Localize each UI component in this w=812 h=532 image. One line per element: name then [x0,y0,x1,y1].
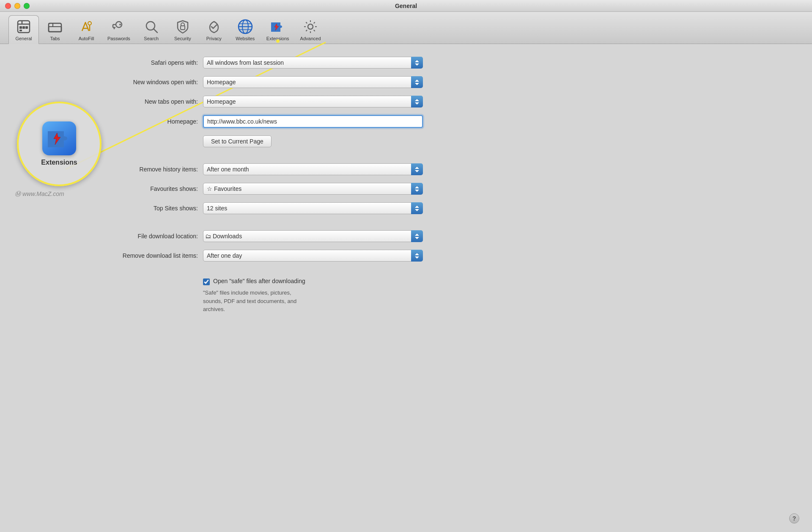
watermark-text: www.MacZ.com [22,190,64,197]
extensions-circle-label: Extensions [41,159,77,166]
open-safe-files-row: Open "safe" files after downloading [25,278,787,285]
svg-point-24 [119,24,121,25]
safari-opens-control: All windows from last session A new wind… [203,57,423,69]
svg-line-43 [306,30,307,31]
watermark: Ⓜ www.MacZ.com [15,190,64,198]
remove-history-row: Remove history items: After one month Af… [25,163,787,175]
remove-download-control: After one day Upon successful download M… [203,250,423,262]
new-tabs-select[interactable]: Homepage Empty page Same page [203,96,423,108]
top-sites-select-wrapper: 12 sites 6 sites 24 sites [203,202,423,214]
toolbar-item-passwords[interactable]: Passwords [102,16,135,44]
safari-opens-select[interactable]: All windows from last session A new wind… [203,57,423,69]
new-windows-select-wrapper: Homepage Empty page Same page [203,76,423,88]
file-download-select[interactable]: 🗂 Downloads Desktop Other... [203,230,423,242]
tabs-icon [47,18,63,35]
watermark-copyright: Ⓜ [15,190,22,197]
help-button[interactable]: ? [789,513,799,524]
svg-rect-5 [22,26,25,29]
file-download-control: 🗂 Downloads Desktop Other... [203,230,423,242]
toolbar-item-advanced[interactable]: Advanced [295,16,326,44]
remove-download-select-wrapper: After one day Upon successful download M… [203,250,423,262]
svg-line-41 [314,30,315,31]
new-windows-row: New windows open with: Homepage Empty pa… [25,76,787,88]
open-safe-files-sublabel: "Safe" files include movies, pictures,so… [25,289,787,314]
toolbar-label-passwords: Passwords [107,36,130,41]
file-download-row: File download location: 🗂 Downloads Desk… [25,230,787,242]
traffic-lights [5,3,30,9]
svg-point-33 [239,20,252,33]
toolbar-label-security: Security [174,36,191,41]
svg-line-26 [154,29,157,33]
file-download-select-wrapper: 🗂 Downloads Desktop Other... [203,230,423,242]
advanced-icon [302,18,319,35]
safari-opens-row: Safari opens with: All windows from last… [25,57,787,69]
window-title: General [395,3,417,9]
remove-history-select-wrapper: After one month After one week After one… [203,163,423,175]
title-bar: General [0,0,812,12]
main-content: Safari opens with: All windows from last… [0,44,812,532]
toolbar-label-privacy: Privacy [206,36,222,41]
toolbar-label-search: Search [144,36,159,41]
maximize-button[interactable] [24,3,30,9]
toolbar-item-general[interactable]: General [8,15,39,44]
svg-point-16 [88,22,91,25]
minimize-button[interactable] [14,3,20,9]
remove-history-control: After one month After one week After one… [203,163,423,175]
top-sites-row: Top Sites shows: 12 sites 6 sites 24 sit… [25,202,787,214]
new-tabs-control: Homepage Empty page Same page [203,96,423,108]
set-current-page-button[interactable]: Set to Current Page [203,135,272,147]
top-sites-label: Top Sites shows: [25,205,203,212]
svg-rect-7 [19,30,22,31]
new-windows-control: Homepage Empty page Same page [203,76,423,88]
new-tabs-select-wrapper: Homepage Empty page Same page [203,96,423,108]
extensions-icon-box [42,121,76,155]
new-tabs-row: New tabs open with: Homepage Empty page … [25,96,787,108]
svg-line-42 [314,22,315,23]
remove-download-select[interactable]: After one day Upon successful download M… [203,250,423,262]
toolbar-item-tabs[interactable]: Tabs [40,16,70,44]
toolbar: General Tabs AutoFill [0,12,812,44]
safari-opens-label: Safari opens with: [25,59,203,66]
security-icon [174,18,191,35]
remove-download-row: Remove download list items: After one da… [25,250,787,262]
favourites-row: Favourites shows: ☆ Favourites Bookmarks… [25,183,787,195]
open-safe-files-checkbox[interactable] [203,278,210,285]
svg-point-35 [308,24,313,29]
homepage-control [203,115,423,128]
remove-history-select[interactable]: After one month After one week After one… [203,163,423,175]
close-button[interactable] [5,3,11,9]
autofill-icon [78,18,95,35]
top-sites-select[interactable]: 12 sites 6 sites 24 sites [203,202,423,214]
svg-rect-4 [19,26,22,29]
privacy-icon [206,18,222,35]
toolbar-label-autofill: AutoFill [79,36,94,41]
top-sites-control: 12 sites 6 sites 24 sites [203,202,423,214]
remove-download-label: Remove download list items: [25,252,203,259]
favourites-select[interactable]: ☆ Favourites Bookmarks Reading List [203,183,423,195]
toolbar-item-autofill[interactable]: AutoFill [71,16,102,44]
safari-opens-select-wrapper: All windows from last session A new wind… [203,57,423,69]
svg-rect-6 [25,26,28,29]
new-windows-select[interactable]: Homepage Empty page Same page [203,76,423,88]
new-windows-label: New windows open with: [25,79,203,85]
svg-rect-27 [181,26,185,30]
file-download-label: File download location: [25,233,203,240]
toolbar-label-advanced: Advanced [300,36,321,41]
toolbar-item-extensions[interactable]: Extensions [261,16,294,44]
websites-icon [237,18,254,35]
toolbar-item-security[interactable]: Security [167,16,198,44]
toolbar-label-general: General [15,36,32,41]
toolbar-item-privacy[interactable]: Privacy [199,16,229,44]
toolbar-item-search[interactable]: Search [136,16,167,44]
homepage-input[interactable] [203,115,423,128]
extensions-circle: Extensions [17,102,102,186]
open-safe-files-label: Open "safe" files after downloading [213,278,305,284]
general-icon [15,18,32,35]
favourites-select-wrapper: ☆ Favourites Bookmarks Reading List [203,183,423,195]
toolbar-label-websites: Websites [236,36,255,41]
search-icon [143,18,160,35]
toolbar-item-websites[interactable]: Websites [230,16,261,44]
set-current-page-row: Set to Current Page [25,135,787,147]
homepage-row: Homepage: [25,115,787,128]
extensions-callout: Extensions [17,102,102,186]
